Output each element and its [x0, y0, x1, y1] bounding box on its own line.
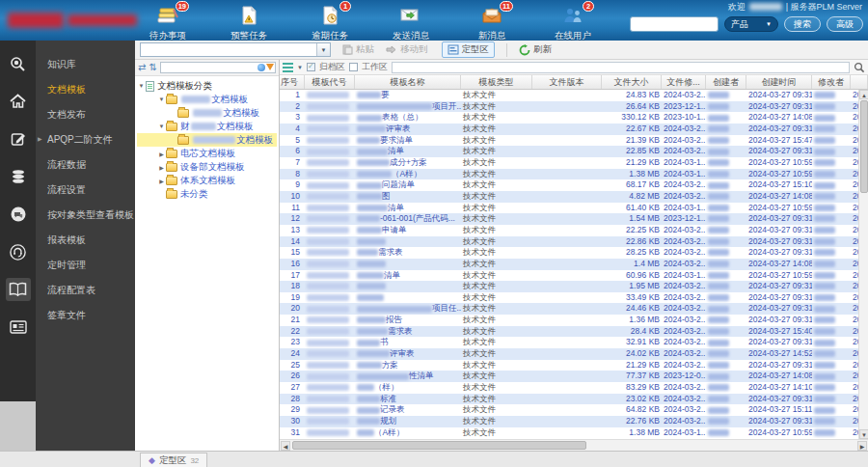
expand-arrow-icon[interactable]: ▼ [157, 124, 166, 129]
column-header-7[interactable]: 创建者 [706, 75, 746, 89]
table-row[interactable]: 11 清单 技术文件 61.40 KB 2024-03-1.. 2024-03-… [280, 203, 868, 214]
toolbar-item-overdue-task[interactable]: 1 逾期任务 [302, 6, 358, 42]
search-icon[interactable] [854, 62, 865, 73]
rail-database-icon[interactable] [6, 165, 31, 188]
filter-funnel-icon[interactable] [266, 64, 274, 70]
table-row[interactable]: 14 技术文件 22.86 KB 2024-03-2.. 2024-03-27 … [280, 236, 868, 248]
table-row[interactable]: 22 需求表 技术文件 28.4 KB 2024-03-2.. 2024-03-… [280, 326, 868, 338]
sidebar-item-2[interactable]: 文档发布 [36, 102, 135, 127]
chevron-down-icon[interactable]: ▼ [316, 43, 330, 56]
scroll-left-arrow-icon[interactable]: ◀ [281, 441, 290, 451]
table-row[interactable]: 7 成分+方案 技术文件 21.29 KB 2024-03-1.. 2024-0… [280, 157, 868, 169]
table-row[interactable]: 19 技术文件 33.49 KB 2024-03-2.. 2024-03-27 … [280, 292, 868, 304]
search-button[interactable]: 搜索 [784, 16, 821, 32]
table-row[interactable]: 6 清单 技术文件 22.85 KB 2024-03-2.. 2024-03-2… [280, 146, 868, 157]
table-row[interactable]: 31 （A样） 技术文件 1.38 MB 2024-03-1.. 2024-03… [280, 427, 868, 439]
tree-node-5[interactable]: ▶ 设备部文档模板 [137, 160, 277, 174]
table-row[interactable]: 12 -061-001(产品代码... 技术文件 1.54 MB 2023-12… [280, 213, 868, 225]
table-row[interactable]: 17 清单 技术文件 60.96 KB 2024-03-1.. 2024-03-… [280, 270, 868, 282]
toolbar-item-send-message[interactable]: 发送消息 [383, 6, 439, 42]
expand-arrow-icon[interactable]: ▶ [157, 151, 166, 157]
horizontal-scroll-thumb[interactable] [292, 441, 586, 450]
toolbar-item-todo[interactable]: 19 待办事项 [140, 6, 196, 42]
rail-search-icon[interactable] [6, 52, 31, 75]
table-row[interactable]: 10 图 技术文件 4.82 MB 2024-03-2.. 2024-03-27… [280, 191, 868, 203]
sidebar-item-10[interactable]: 签章文件 [36, 303, 135, 328]
column-header-8[interactable]: 创建时间 [746, 75, 812, 89]
global-search-input[interactable] [630, 16, 719, 32]
tree-collapse-icon[interactable]: ⇅ [149, 63, 156, 72]
scroll-up-arrow-icon[interactable]: ▲ [859, 90, 868, 99]
table-row[interactable]: 5 要求清单 技术文件 21.39 KB 2024-03-2.. 2024-03… [280, 135, 868, 147]
rail-home-icon[interactable] [6, 90, 31, 113]
vertical-scrollbar[interactable]: ▲ ▼ [858, 90, 868, 439]
rail-headset-icon[interactable] [6, 240, 31, 263]
view-options-icon[interactable] [283, 63, 293, 72]
table-row[interactable]: 13 申请单 技术文件 22.25 KB 2024-03-2.. 2024-03… [280, 225, 868, 236]
table-row[interactable]: 4 评审表 技术文件 22.67 KB 2024-03-2.. 2024-03-… [280, 124, 868, 135]
table-search-input[interactable] [392, 62, 850, 73]
column-header-4[interactable]: 文件版本 [532, 75, 602, 89]
search-dot-icon[interactable] [258, 64, 265, 71]
rail-book-icon[interactable] [6, 278, 31, 301]
toolbar-item-online-users[interactable]: 2 在线用户 [545, 6, 601, 42]
sidebar-item-7[interactable]: 报表模板 [36, 228, 135, 253]
workspace-checkbox[interactable] [349, 63, 358, 71]
sidebar-item-9[interactable]: 流程配置表 [36, 278, 135, 303]
table-row[interactable]: 26 性清单 技术文件 77.37 KB 2023-12-0.. 2024-03… [280, 371, 868, 382]
tree-node-6[interactable]: ▶ 体系文档模板 [137, 174, 277, 187]
chevron-down-icon[interactable]: ▼ [297, 65, 303, 70]
table-row[interactable]: 18 技术文件 1.95 MB 2024-03-2.. 2024-03-27 0… [280, 281, 868, 292]
column-header-5[interactable]: 文件大小 [602, 75, 662, 89]
sidebar-item-6[interactable]: 按对象类型查看模板 [36, 203, 135, 228]
table-row[interactable]: 23 书 技术文件 32.91 KB 2024-03-2.. 2024-03-2… [280, 337, 868, 348]
column-header-10[interactable] [851, 75, 868, 89]
table-row[interactable]: 15 需求表 技术文件 28.25 KB 2024-03-2.. 2024-03… [280, 247, 868, 259]
rail-edit-icon[interactable] [6, 127, 31, 151]
tree-node-2[interactable]: ▼ 财 文档模板 [137, 120, 277, 133]
table-row[interactable]: 2 项目开.. 技术文件 26.64 KB 2023-12-1.. 2024-0… [280, 101, 868, 113]
tree-root[interactable]: ▼ 文档模板分类 [137, 79, 277, 93]
column-header-9[interactable]: 修改者 [812, 75, 851, 89]
table-row[interactable]: 21 报告 技术文件 1.36 MB 2024-03-2.. 2024-03-2… [280, 315, 868, 326]
table-row[interactable]: 8 （A样） 技术文件 1.38 MB 2024-03-1.. 2024-03-… [280, 169, 868, 180]
rail-license-icon[interactable] [6, 316, 31, 339]
table-row[interactable]: 16 技术文件 1.4 MB 2024-03-2.. 2024-03-27 14… [280, 259, 868, 270]
tree-refresh-icon[interactable]: ⇄ [138, 63, 146, 72]
expand-arrow-icon[interactable]: ▶ [157, 178, 166, 184]
archive-zone-checkbox[interactable] [307, 63, 315, 71]
table-row[interactable]: 27 （样） 技术文件 83.29 KB 2024-03-2.. 2024-03… [280, 382, 868, 394]
sidebar-item-4[interactable]: 流程数据 [36, 152, 135, 178]
column-header-0[interactable]: 序号 [280, 75, 305, 89]
horizontal-scrollbar[interactable]: ◀ ▶ [280, 439, 868, 451]
column-header-1[interactable]: 模板代号 [305, 75, 355, 89]
table-row[interactable]: 28 标准 技术文件 23.02 KB 2024-03-2.. 2024-03-… [280, 394, 868, 405]
move-to-button[interactable]: 移动到 [386, 43, 428, 56]
sidebar-item-8[interactable]: 定时管理 [36, 253, 135, 278]
scroll-down-arrow-icon[interactable]: ▼ [859, 429, 868, 439]
zone-tab[interactable]: ◆ 定型区 32 [140, 453, 207, 467]
tree-node-3[interactable]: 文档模板 [137, 133, 277, 147]
paste-button[interactable]: 粘贴 [342, 43, 374, 56]
tree-node-4[interactable]: ▶ 电芯文档模板 [137, 147, 277, 160]
sidebar-item-3[interactable]: ▶ APQP二阶文件 [36, 127, 135, 152]
expand-arrow-icon[interactable]: ▶ [157, 164, 166, 171]
toolbar-item-new-message[interactable]: 11 新消息 [464, 6, 520, 42]
search-category-dropdown[interactable]: 产品 ▼ [724, 16, 778, 32]
zone-button[interactable]: 定型区 [442, 41, 496, 58]
table-row[interactable]: 29 记录表 技术文件 64.82 KB 2024-03-2.. 2024-03… [280, 404, 868, 416]
table-row[interactable]: 3 表格（总） 技术文件 330.12 KB 2023-10-1.. 2024-… [280, 112, 868, 124]
refresh-button[interactable]: 刷新 [519, 43, 552, 56]
column-header-3[interactable]: 模板类型 [461, 75, 532, 89]
table-row[interactable]: 30 规划 技术文件 22.76 KB 2024-03-2.. 2024-03-… [280, 416, 868, 427]
column-header-6[interactable]: 文件修... [662, 75, 706, 89]
table-row[interactable]: 25 方案 技术文件 21.29 KB 2024-03-2.. 2024-03-… [280, 360, 868, 371]
tree-node-0[interactable]: ▼ 文档模板 [137, 93, 277, 106]
sidebar-item-0[interactable]: 知识库 [36, 52, 135, 77]
sidebar-item-5[interactable]: 流程设置 [36, 178, 135, 203]
sidebar-item-1[interactable]: 文档模板 [36, 77, 135, 102]
rail-messages-icon[interactable] [6, 203, 31, 226]
table-row[interactable]: 9 问题清单 技术文件 68.17 KB 2024-03-2.. 2024-03… [280, 179, 868, 191]
advanced-search-button[interactable]: 高级 [827, 16, 863, 32]
collapse-arrow-icon[interactable]: ▼ [137, 83, 146, 89]
